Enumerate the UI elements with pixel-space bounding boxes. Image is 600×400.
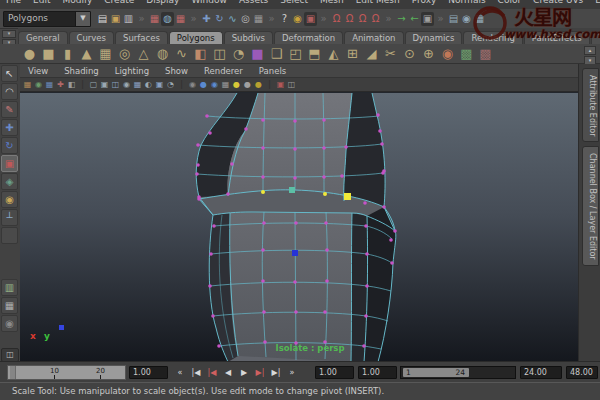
combine-icon[interactable]: ❑ — [267, 45, 286, 63]
menu-display[interactable]: Display — [140, 0, 185, 5]
shelf-tab-deformation[interactable]: Deformation — [274, 31, 343, 44]
lighting-all-icon[interactable]: ◉ — [121, 79, 132, 90]
poly-pyramid-icon[interactable]: △ — [134, 45, 153, 63]
lock-icon[interactable]: ◉ — [291, 12, 304, 26]
quick-help-icon[interactable]: ? — [278, 12, 291, 26]
input-connections-icon[interactable]: → — [395, 12, 408, 26]
move-snap-icon[interactable]: ✚ — [200, 12, 213, 26]
boolean-icon[interactable]: ◭ — [324, 45, 343, 63]
range-slider[interactable]: 1 24 — [400, 366, 516, 379]
extract-icon[interactable]: ⬒ — [305, 45, 324, 63]
menu-select[interactable]: Select — [274, 0, 314, 5]
target-weld-icon[interactable]: ⊕ — [419, 45, 438, 63]
grid-toggle-icon[interactable]: ◉ — [33, 79, 44, 90]
go-to-end-button[interactable]: » — [284, 365, 300, 380]
wireframe-mode-icon[interactable]: ▢ — [88, 79, 99, 90]
menu-normals[interactable]: Normals — [442, 0, 491, 5]
separate-icon[interactable]: ◰ — [286, 45, 305, 63]
snap-curve-icon[interactable]: ◍ — [161, 12, 174, 26]
rotate-tool[interactable]: ↻ — [1, 137, 18, 154]
layout-camera-button[interactable]: ◫ — [1, 348, 19, 362]
poly-torus-icon[interactable]: ◎ — [115, 45, 134, 63]
menu-edit-mesh[interactable]: Edit Mesh — [350, 0, 406, 5]
backface-icon[interactable]: ▣ — [154, 79, 165, 90]
curve-snap-icon[interactable]: ∿ — [226, 12, 239, 26]
shelf-tab-curves[interactable]: Curves — [69, 31, 115, 44]
tab-attribute-editor[interactable]: Attribute Editor — [582, 68, 599, 142]
smooth-wire-icon[interactable]: ◔ — [165, 79, 176, 90]
menu-edit-uvs[interactable]: Edit UVs — [589, 0, 600, 5]
textured-mode-icon[interactable]: ◫ — [110, 79, 121, 90]
move-normal-tool[interactable]: ┴ — [1, 209, 18, 226]
panel-menu-lighting[interactable]: Lighting — [107, 66, 157, 76]
xray-mode-icon[interactable]: ◐ — [143, 79, 154, 90]
shelf-scroll-buttons[interactable]: ▴▾ — [584, 46, 596, 65]
panel-menu-shading[interactable]: Shading — [56, 66, 107, 76]
shelf-tab-subdivs[interactable]: Subdivs — [224, 31, 273, 44]
menu-mesh[interactable]: Mesh — [314, 0, 350, 5]
paint-select-tool[interactable]: ✎ — [1, 101, 18, 118]
menu-file[interactable]: File — [0, 0, 27, 5]
panel-menu-renderer[interactable]: Renderer — [196, 66, 251, 76]
multi-sample-icon[interactable]: ▦ — [220, 79, 231, 90]
shaded-mode-icon[interactable]: ▣ — [99, 79, 110, 90]
mirror-geometry-icon[interactable]: ◫ — [210, 45, 229, 63]
shelf-tab-polygons[interactable]: Polygons — [169, 31, 223, 44]
step-forward-key-button[interactable]: ▶| — [252, 365, 268, 380]
shelf-tab-dynamics[interactable]: Dynamics — [405, 31, 463, 44]
menu-assets[interactable]: Assets — [233, 0, 274, 5]
sculpt-geometry-icon[interactable]: ◧ — [191, 45, 210, 63]
play-forwards-button[interactable]: ▶ — [236, 365, 252, 380]
open-scene-icon[interactable]: ▣ — [109, 12, 122, 26]
texture-view-icon[interactable]: ● — [198, 79, 209, 90]
animation-end-field[interactable]: 48.00 — [566, 366, 598, 379]
poly-cube-icon[interactable]: ■ — [39, 45, 58, 63]
magnet-point-icon[interactable]: Ω — [356, 12, 369, 26]
shelf-tab-animation[interactable]: Animation — [344, 31, 403, 44]
timeline-ruler[interactable]: 1020 — [7, 365, 126, 380]
menu-window[interactable]: Window — [185, 0, 233, 5]
panel-menu-view[interactable]: View — [20, 66, 56, 76]
grid-snap-icon[interactable]: ▦ — [252, 12, 265, 26]
poly-sphere-icon[interactable]: ● — [20, 45, 39, 63]
subdiv-proxy-icon[interactable]: ■ — [248, 45, 267, 63]
panel-menu-panels[interactable]: Panels — [251, 66, 294, 76]
end-flag-icon[interactable]: ▩ — [476, 45, 495, 63]
step-forward-frame-button[interactable]: ▶| — [268, 365, 284, 380]
layout-single-pane-button[interactable]: ▥ — [1, 279, 18, 296]
magnet-curve-icon[interactable]: Ω — [343, 12, 356, 26]
snap-grid-icon[interactable]: ▦ — [148, 12, 161, 26]
texture-filter-icon[interactable]: ◉ — [209, 79, 220, 90]
range-slider-handle[interactable]: 1 24 — [403, 368, 469, 377]
ipr-render-icon[interactable]: ◉ — [460, 12, 473, 26]
viewport-canvas[interactable]: Isolate : persp x y — [20, 92, 578, 362]
last-tool-slot[interactable] — [1, 227, 18, 244]
magnet-grid-icon[interactable]: Ω — [330, 12, 343, 26]
menu-color[interactable]: Color — [492, 0, 528, 5]
shelf-tab-painteffects[interactable]: PaintEffects — [524, 31, 590, 44]
extrude-icon[interactable]: ⊞ — [343, 45, 362, 63]
bridge-icon[interactable]: ◢ — [362, 45, 381, 63]
select-camera-icon[interactable]: ▦ — [22, 79, 33, 90]
tab-channel-box-layer-editor[interactable]: Channel Box / Layer Editor — [582, 146, 599, 266]
chevron-down-icon[interactable]: ▼ — [75, 12, 90, 26]
universal-manipulator-tool[interactable]: ◈ — [1, 173, 18, 190]
select-tool[interactable]: ↖ — [1, 65, 18, 82]
highlight-selection-icon[interactable]: ▣ — [304, 12, 317, 26]
step-back-key-button[interactable]: |◀ — [204, 365, 220, 380]
output-connections-icon[interactable]: ← — [408, 12, 421, 26]
poly-pipe-icon[interactable]: ◍ — [153, 45, 172, 63]
viewcube-toggle-icon[interactable]: ◫ — [286, 79, 297, 90]
rotate-snap-icon[interactable]: ↻ — [213, 12, 226, 26]
menu-modify[interactable]: Modify — [57, 0, 99, 5]
layout-persp-outliner-button[interactable]: ◉ — [1, 315, 18, 332]
current-time-field[interactable]: 1.00 — [129, 366, 168, 379]
wire-on-shaded-icon[interactable]: ▦ — [132, 79, 143, 90]
scene-light-icon[interactable]: ● — [242, 79, 253, 90]
smooth-icon[interactable]: ◔ — [229, 45, 248, 63]
isolate-select-icon[interactable]: ◉ — [187, 79, 198, 90]
snap-point-icon[interactable]: ▦ — [174, 12, 187, 26]
shadow-light-icon[interactable]: ● — [253, 79, 264, 90]
timeline-playhead[interactable] — [10, 366, 16, 379]
save-scene-icon[interactable]: ▥ — [122, 12, 135, 26]
